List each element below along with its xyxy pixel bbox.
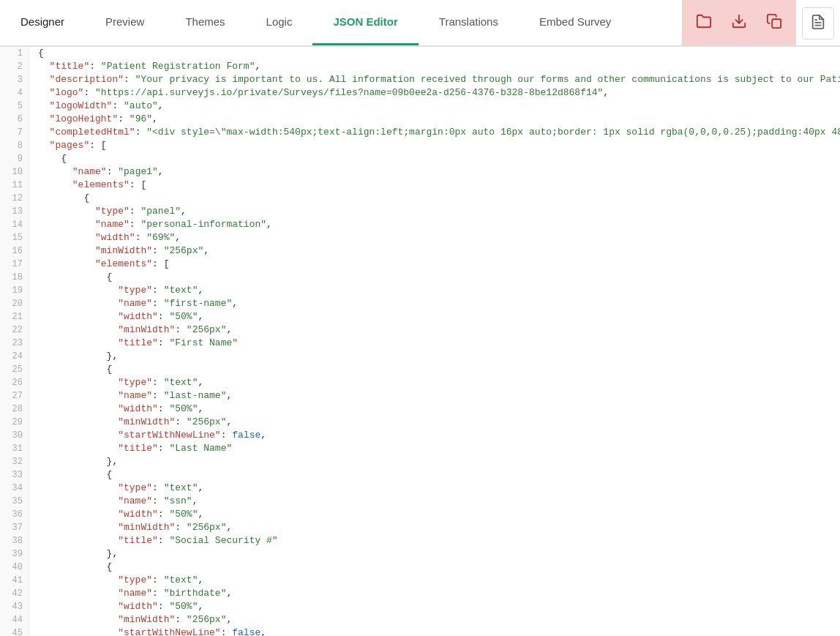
line-number: 23	[0, 337, 29, 350]
code-line: {	[29, 363, 840, 376]
code-line: "type": "panel",	[29, 205, 840, 218]
line-number: 16	[0, 244, 29, 258]
code-line: "width": "50%",	[29, 310, 840, 323]
code-line: "width": "50%",	[29, 600, 840, 613]
code-line: },	[29, 547, 840, 561]
code-line: "name": "first-name",	[29, 297, 840, 310]
nav-tabs: Designer Preview Themes Logic JSON Edito…	[0, 0, 682, 45]
code-line: "elements": [	[29, 179, 840, 192]
code-line: "logoWidth": "auto",	[29, 100, 840, 113]
line-number: 42	[0, 587, 29, 600]
code-line: "width": "50%",	[29, 508, 840, 521]
download-button[interactable]	[723, 7, 755, 39]
nav-actions	[682, 0, 796, 45]
code-line: "type": "text",	[29, 482, 840, 495]
line-number: 1	[0, 47, 29, 60]
line-number: 27	[0, 389, 29, 403]
code-area[interactable]: { "title": "Patient Registration Form", …	[29, 47, 840, 636]
line-number: 41	[0, 574, 29, 587]
code-line: },	[29, 350, 840, 363]
code-line: "completedHtml": "<div style=\"max-width…	[29, 126, 840, 139]
line-number: 18	[0, 271, 29, 284]
code-line: "elements": [	[29, 258, 840, 271]
document-button[interactable]	[802, 7, 834, 40]
tab-designer[interactable]: Designer	[0, 0, 85, 45]
line-number: 10	[0, 165, 29, 179]
code-line: "minWidth": "256px",	[29, 521, 840, 534]
line-number: 28	[0, 403, 29, 416]
line-number: 32	[0, 455, 29, 468]
line-number: 29	[0, 416, 29, 429]
line-number: 7	[0, 126, 29, 139]
line-numbers: 1234567891011121314151617181920212223242…	[0, 47, 29, 636]
code-line: "width": "69%",	[29, 231, 840, 244]
code-line: "minWidth": "256px",	[29, 416, 840, 429]
line-number: 22	[0, 323, 29, 337]
line-number: 33	[0, 468, 29, 482]
open-folder-button[interactable]	[688, 7, 720, 39]
tab-preview[interactable]: Preview	[85, 0, 165, 45]
line-number: 24	[0, 350, 29, 363]
line-number: 37	[0, 521, 29, 534]
line-number: 34	[0, 482, 29, 495]
line-number: 36	[0, 508, 29, 521]
code-line: "startWithNewLine": false,	[29, 429, 840, 442]
line-number: 9	[0, 152, 29, 165]
open-folder-icon	[696, 13, 712, 33]
code-line: "minWidth": "256px",	[29, 244, 840, 258]
document-icon	[810, 14, 826, 34]
code-line: "width": "50%",	[29, 403, 840, 416]
code-line: },	[29, 455, 840, 468]
line-number: 38	[0, 534, 29, 547]
code-line: "type": "text",	[29, 376, 840, 389]
code-line: "title": "Last Name"	[29, 442, 840, 455]
code-line: {	[29, 271, 840, 284]
line-number: 11	[0, 179, 29, 192]
line-number: 25	[0, 363, 29, 376]
line-number: 43	[0, 600, 29, 613]
line-number: 6	[0, 113, 29, 126]
line-number: 15	[0, 231, 29, 244]
code-line: "minWidth": "256px",	[29, 613, 840, 626]
code-line: "name": "ssn",	[29, 495, 840, 508]
tab-embed-survey[interactable]: Embed Survey	[519, 0, 631, 45]
code-line: "name": "page1",	[29, 165, 840, 179]
line-number: 12	[0, 192, 29, 205]
code-line: "minWidth": "256px",	[29, 323, 840, 337]
nav-bar: Designer Preview Themes Logic JSON Edito…	[0, 0, 840, 47]
code-line: {	[29, 561, 840, 574]
tab-json-editor[interactable]: JSON Editor	[312, 0, 418, 45]
line-number: 3	[0, 73, 29, 86]
line-number: 20	[0, 297, 29, 310]
code-line: "startWithNewLine": false,	[29, 626, 840, 636]
line-number: 19	[0, 284, 29, 297]
svg-rect-1	[772, 19, 781, 28]
line-number: 45	[0, 626, 29, 636]
code-line: {	[29, 468, 840, 482]
download-icon	[731, 13, 747, 33]
code-line: "description": "Your privacy is importan…	[29, 73, 840, 86]
line-number: 2	[0, 60, 29, 73]
code-line: "name": "personal-information",	[29, 218, 840, 231]
line-number: 35	[0, 495, 29, 508]
line-number: 4	[0, 86, 29, 100]
copy-icon	[766, 13, 782, 33]
editor-area: 1234567891011121314151617181920212223242…	[0, 47, 840, 636]
line-number: 21	[0, 310, 29, 323]
line-number: 14	[0, 218, 29, 231]
tab-themes[interactable]: Themes	[165, 0, 245, 45]
code-line: {	[29, 152, 840, 165]
tab-translations[interactable]: Translations	[419, 0, 519, 45]
line-number: 40	[0, 561, 29, 574]
copy-button[interactable]	[758, 7, 790, 39]
code-line: "name": "last-name",	[29, 389, 840, 403]
tab-logic[interactable]: Logic	[246, 0, 313, 45]
code-line: "type": "text",	[29, 284, 840, 297]
code-line: "type": "text",	[29, 574, 840, 587]
line-number: 17	[0, 258, 29, 271]
line-number: 39	[0, 547, 29, 561]
line-number: 13	[0, 205, 29, 218]
code-line: "name": "birthdate",	[29, 587, 840, 600]
code-line: "title": "First Name"	[29, 337, 840, 350]
line-number: 26	[0, 376, 29, 389]
